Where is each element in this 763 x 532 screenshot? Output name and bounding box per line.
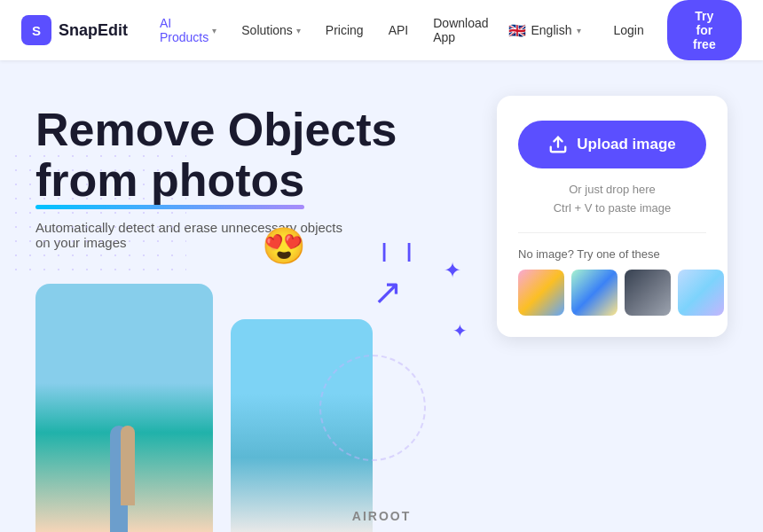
exclaim-decoration-1: | bbox=[406, 239, 412, 262]
sample-image-4[interactable] bbox=[678, 270, 724, 316]
nav-solutions[interactable]: Solutions ▾ bbox=[231, 16, 311, 44]
hero-title-line1: Remove Objects bbox=[35, 104, 397, 155]
sample-image-1[interactable] bbox=[518, 270, 564, 316]
language-label: English bbox=[531, 23, 572, 37]
sample-images-row bbox=[518, 270, 706, 316]
drop-hint: Or just drop here Ctrl + V to paste imag… bbox=[518, 181, 706, 218]
nav-links: AI Products ▾ Solutions ▾ Pricing API Do… bbox=[149, 9, 499, 51]
couple-figure bbox=[89, 390, 160, 532]
try-free-button[interactable]: Try for free bbox=[667, 0, 742, 60]
nav-download-app[interactable]: Download App bbox=[422, 9, 499, 51]
flag-icon: 🇬🇧 bbox=[508, 22, 526, 39]
hero-title: Remove Objects from photos bbox=[35, 105, 497, 206]
hero-section: Remove Objects from photos Automatically… bbox=[0, 60, 763, 532]
logo-icon-text: S bbox=[32, 23, 41, 38]
sample-image-2[interactable] bbox=[571, 270, 617, 316]
logo-icon: S bbox=[21, 15, 51, 45]
drop-hint-line1: Or just drop here bbox=[518, 181, 706, 200]
solutions-chevron-icon: ▾ bbox=[296, 26, 301, 35]
logo-name: SnapEdit bbox=[59, 21, 128, 40]
emoji-decoration: 😍 bbox=[262, 225, 306, 267]
demo-image-after bbox=[231, 319, 373, 532]
sparkle-icon-1: ✦ bbox=[444, 258, 461, 283]
hero-title-line2: from photos bbox=[35, 155, 304, 206]
navbar: S SnapEdit AI Products ▾ Solutions ▾ Pri… bbox=[0, 0, 763, 60]
login-button[interactable]: Login bbox=[602, 16, 654, 44]
language-selector[interactable]: 🇬🇧 English ▾ bbox=[499, 17, 591, 44]
navbar-right: 🇬🇧 English ▾ Login Try for free bbox=[499, 0, 743, 60]
arrow-decoration: ↗ bbox=[373, 271, 403, 312]
ai-products-chevron-icon: ▾ bbox=[212, 26, 216, 35]
demo-image-before bbox=[35, 284, 213, 532]
exclaim-decoration-2: | bbox=[382, 239, 387, 262]
nav-pricing[interactable]: Pricing bbox=[315, 16, 374, 44]
divider bbox=[518, 232, 706, 233]
nav-ai-products[interactable]: AI Products ▾ bbox=[149, 9, 227, 51]
hero-subtitle: Automatically detect and erase unnecessa… bbox=[35, 220, 355, 250]
language-chevron-icon: ▾ bbox=[577, 26, 581, 35]
upload-image-button[interactable]: Upload image bbox=[518, 121, 706, 168]
demo-images bbox=[35, 284, 373, 532]
sample-images-label: No image? Try one of these bbox=[518, 247, 706, 261]
sample-image-3[interactable] bbox=[625, 270, 671, 316]
navbar-left: S SnapEdit AI Products ▾ Solutions ▾ Pri… bbox=[21, 9, 499, 51]
footer-watermark: AIROOT bbox=[352, 509, 411, 523]
nav-api[interactable]: API bbox=[378, 16, 420, 44]
drop-hint-line2: Ctrl + V to paste image bbox=[518, 200, 706, 218]
upload-panel: Upload image Or just drop here Ctrl + V … bbox=[497, 96, 728, 337]
upload-icon bbox=[548, 135, 568, 154]
sparkle-icon-2: ✦ bbox=[452, 320, 468, 341]
logo[interactable]: S SnapEdit bbox=[21, 15, 128, 45]
